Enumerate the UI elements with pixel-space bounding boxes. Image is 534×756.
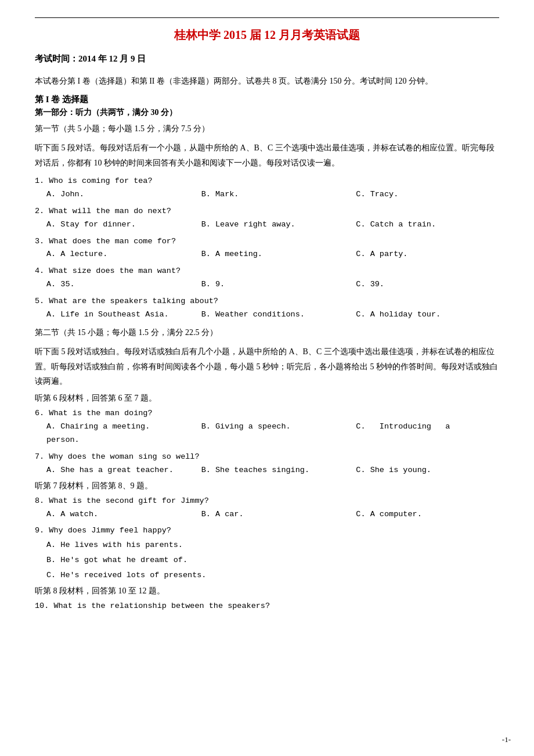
q4-optA: A. 35.	[35, 278, 190, 291]
question-1: 1. Who is coming for tea? A. John. B. Ma…	[35, 175, 499, 201]
q5-optA: A. Life in Southeast Asia.	[35, 308, 190, 322]
q9-optC: C. He's received lots of presents.	[35, 568, 499, 583]
question-2: 2. What will the man do next? A. Stay fo…	[35, 205, 499, 232]
q1-optC: C. Tracy.	[344, 188, 499, 201]
section1-instruction1: 听下面 5 段对话。每段对话后有一个小题，从题中所给的 A、B、C 三个选项中选…	[35, 141, 499, 170]
q4-optC: C. 39.	[344, 278, 499, 291]
q6-continued: person.	[35, 434, 499, 447]
question-4: 4. What size does the man want? A. 35. B…	[35, 265, 499, 291]
q2-optC: C. Catch a train.	[344, 218, 499, 232]
q3-optC: C. A party.	[344, 248, 499, 261]
q8-options: A. A watch. B. A car. C. A computer.	[35, 508, 499, 521]
q1-optA: A. John.	[35, 188, 190, 201]
q5-text: 5. What are the speakers talking about?	[35, 295, 499, 308]
question-5: 5. What are the speakers talking about? …	[35, 295, 499, 322]
section1-title: 第一部分：听力（共两节，满分 30 分）	[35, 107, 499, 118]
listen-material-7: 听第 7 段材料，回答第 8、9 题。	[35, 481, 499, 491]
q7-text: 7. Why does the woman sing so well?	[35, 451, 499, 464]
listen-material-6: 听第 6 段材料，回答第 6 至 7 题。	[35, 393, 499, 404]
section1-instruction2: 听下面 5 段对话或独白。每段对话或独白后有几个小题，从题中所给的 A、B、C …	[35, 344, 499, 388]
q6-optB: B. Giving a speech.	[190, 420, 345, 434]
q5-optC: C. A holiday tour.	[344, 308, 499, 322]
q1-optB: B. Mark.	[190, 188, 345, 201]
q1-text: 1. Who is coming for tea?	[35, 175, 499, 188]
question-8: 8. What is the second gift for Jimmy? A.…	[35, 495, 499, 521]
listen-material-8: 听第 8 段材料，回答第 10 至 12 题。	[35, 586, 499, 596]
q7-optA: A. She has a great teacher.	[35, 464, 190, 477]
q10-text: 10. What is the relationship between the…	[35, 600, 499, 613]
q5-options: A. Life in Southeast Asia. B. Weather co…	[35, 308, 499, 322]
q8-optB: B. A car.	[190, 508, 345, 521]
q6-optC: C. Introducing a	[344, 420, 499, 434]
question-9: 9. Why does Jimmy feel happy? A. He live…	[35, 524, 499, 582]
q2-optB: B. Leave right away.	[190, 218, 345, 232]
intro-text: 本试卷分第 I 卷（选择题）和第 II 卷（非选择题）两部分。试卷共 8 页。试…	[35, 74, 499, 88]
q8-text: 8. What is the second gift for Jimmy?	[35, 495, 499, 508]
question-7: 7. Why does the woman sing so well? A. S…	[35, 451, 499, 477]
question-3: 3. What does the man come for? A. A lect…	[35, 235, 499, 262]
q3-optA: A. A lecture.	[35, 248, 190, 261]
q2-optA: A. Stay for dinner.	[35, 218, 190, 232]
q4-options: A. 35. B. 9. C. 39.	[35, 278, 499, 291]
q6-optA: A. Chairing a meeting.	[35, 420, 190, 434]
q8-optC: C. A computer.	[344, 508, 499, 521]
q4-text: 4. What size does the man want?	[35, 265, 499, 278]
part1-title: 第 I 卷 选择题	[35, 94, 499, 105]
exam-date: 考试时间：2014 年 12 月 9 日	[35, 53, 499, 64]
q3-text: 3. What does the man come for?	[35, 235, 499, 249]
q6-text: 6. What is the man doing?	[35, 407, 499, 420]
q2-options: A. Stay for dinner. B. Leave right away.…	[35, 218, 499, 232]
top-border	[35, 17, 499, 18]
page: 桂林中学 2015 届 12 月月考英语试题 考试时间：2014 年 12 月 …	[0, 0, 534, 756]
main-title: 桂林中学 2015 届 12 月月考英语试题	[35, 27, 499, 43]
q7-optC: C. She is young.	[344, 464, 499, 477]
q4-optB: B. 9.	[190, 278, 345, 291]
q5-optB: B. Weather conditions.	[190, 308, 345, 322]
question-6: 6. What is the man doing? A. Chairing a …	[35, 407, 499, 447]
section1-node1: 第一节（共 5 小题；每小题 1.5 分，满分 7.5 分）	[35, 121, 499, 136]
q1-options: A. John. B. Mark. C. Tracy.	[35, 188, 499, 201]
q9-optB: B. He's got what he dreamt of.	[35, 553, 499, 568]
q9-text: 9. Why does Jimmy feel happy?	[35, 524, 499, 538]
q8-optA: A. A watch.	[35, 508, 190, 521]
q9-optA: A. He lives with his parents.	[35, 538, 499, 553]
q2-text: 2. What will the man do next?	[35, 205, 499, 218]
section1-node2: 第二节（共 15 小题；每小题 1.5 分，满分 22.5 分）	[35, 325, 499, 340]
page-number: -1-	[502, 735, 511, 744]
q9-options: A. He lives with his parents. B. He's go…	[35, 538, 499, 582]
q7-options: A. She has a great teacher. B. She teach…	[35, 464, 499, 477]
q3-options: A. A lecture. B. A meeting. C. A party.	[35, 248, 499, 261]
q7-optB: B. She teaches singing.	[190, 464, 345, 477]
q3-optB: B. A meeting.	[190, 248, 345, 261]
q6-options: A. Chairing a meeting. B. Giving a speec…	[35, 420, 499, 434]
question-10: 10. What is the relationship between the…	[35, 600, 499, 613]
